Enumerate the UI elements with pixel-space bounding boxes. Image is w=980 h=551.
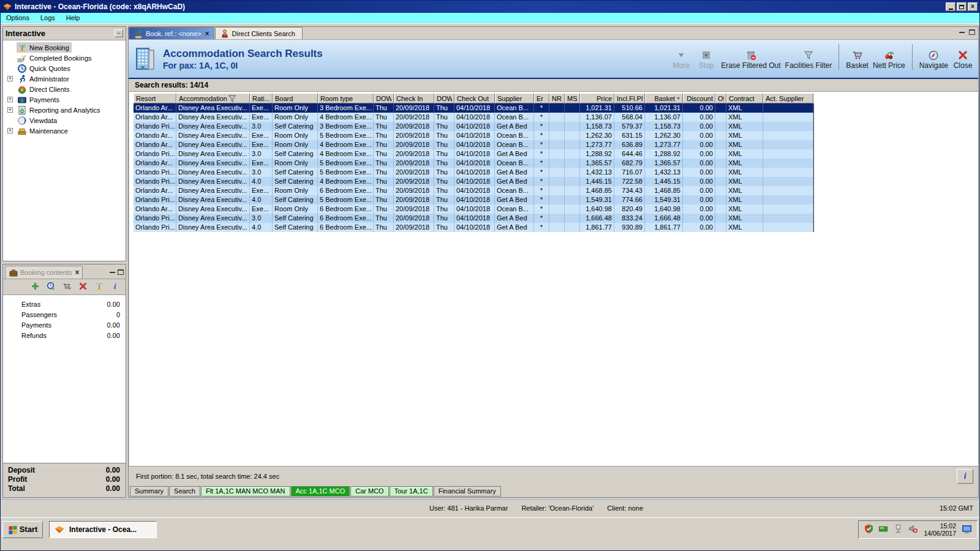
grid-cell: Disney Area Executiv... bbox=[176, 122, 250, 131]
tray-usb-icon[interactable] bbox=[893, 523, 903, 535]
column-header-of[interactable]: Of bbox=[715, 93, 726, 103]
basket-add-button[interactable] bbox=[62, 282, 72, 292]
grid-cell: 04/10/2018 bbox=[454, 159, 495, 168]
result-row[interactable]: Orlando Pri...Disney Area Executiv...4.0… bbox=[134, 177, 813, 186]
nett-price-button[interactable]: Nett Price bbox=[873, 50, 905, 70]
result-row[interactable]: Orlando Ar...Disney Area Executiv...Exe.… bbox=[134, 113, 813, 122]
holiday-palm-button[interactable] bbox=[94, 282, 104, 292]
menu-item-logs[interactable]: Logs bbox=[35, 13, 61, 22]
grid-cell: Orlando Ar... bbox=[134, 159, 176, 168]
grid-cell: Thu bbox=[374, 195, 394, 204]
basket-button[interactable]: Basket bbox=[846, 50, 869, 70]
sidebar-item-new-booking[interactable]: New Booking bbox=[3, 42, 126, 53]
sidebar-item-reporting-and-analytics[interactable]: +Reporting and Analytics bbox=[3, 105, 126, 115]
info-button[interactable]: i bbox=[110, 282, 119, 292]
result-row[interactable]: Orlando Pri...Disney Area Executiv...4.0… bbox=[134, 195, 813, 204]
sidebar-item-maintenance[interactable]: +Maintenance bbox=[3, 126, 126, 136]
erase-filtered-out-button[interactable]: Erase Filtered Out bbox=[721, 50, 780, 70]
expand-toggle-icon[interactable]: + bbox=[7, 107, 13, 113]
collapse-panel-button[interactable]: − bbox=[115, 29, 123, 37]
start-button[interactable]: Start bbox=[2, 521, 43, 538]
result-row[interactable]: Orlando Pri...Disney Area Executiv...3.0… bbox=[134, 122, 813, 131]
expand-toggle-icon[interactable]: + bbox=[7, 76, 13, 81]
column-header-supplier[interactable]: Supplier bbox=[495, 93, 534, 103]
booking-row-value: 0.00 bbox=[107, 301, 120, 308]
column-header-basket[interactable]: Basket▼ bbox=[645, 93, 683, 103]
bottom-tab-flt-1a-1c-man-mco-man[interactable]: Flt 1A,1C MAN MCO MAN bbox=[201, 486, 290, 497]
panel-minimize-icon[interactable] bbox=[959, 32, 965, 33]
sidebar-item-quick-quotes[interactable]: Quick Quotes bbox=[3, 63, 126, 73]
bottom-tab-acc-1a-1c-mco[interactable]: Acc 1A,1C MCO bbox=[291, 486, 350, 497]
sidebar-item-administrator[interactable]: +Administrator bbox=[3, 73, 126, 84]
minimize-button[interactable] bbox=[946, 2, 956, 11]
column-header-check-out[interactable]: Check Out bbox=[454, 93, 495, 103]
facilities-filter-button[interactable]: Facilities Filter bbox=[785, 50, 832, 70]
panel-maximize-icon[interactable] bbox=[969, 29, 975, 35]
delete-x-button[interactable] bbox=[78, 282, 88, 292]
bottom-tab-financial-summary[interactable]: Financial Summary bbox=[434, 486, 501, 497]
result-row[interactable]: Orlando Pri...Disney Area Executiv...3.0… bbox=[134, 149, 813, 159]
navigate-button[interactable]: Navigate bbox=[919, 50, 948, 70]
bottom-tab-summary[interactable]: Summary bbox=[130, 486, 168, 497]
result-row[interactable]: Orlando Pri...Disney Area Executiv...3.0… bbox=[134, 214, 813, 223]
info-button[interactable]: i bbox=[957, 469, 973, 484]
column-header-dow[interactable]: DOW bbox=[434, 93, 454, 103]
sidebar-item-direct-clients[interactable]: Direct Clients bbox=[3, 84, 126, 94]
menu-item-help[interactable]: Help bbox=[61, 13, 86, 22]
result-row[interactable]: Orlando Ar...Disney Area Executiv...Exe.… bbox=[134, 131, 813, 140]
column-header-act-supplier[interactable]: Act. Supplier bbox=[763, 93, 813, 103]
tray-network-card-icon[interactable] bbox=[878, 523, 889, 535]
result-row[interactable]: Orlando Ar...Disney Area Executiv...Exe.… bbox=[134, 159, 813, 168]
panel-minimize-icon[interactable] bbox=[110, 272, 115, 273]
show-desktop-icon[interactable] bbox=[962, 524, 972, 534]
sidebar-item-payments[interactable]: +$Payments bbox=[3, 94, 126, 105]
result-row[interactable]: Orlando Ar...Disney Area Executiv...Exe.… bbox=[134, 186, 813, 195]
result-row[interactable]: Orlando Pri...Disney Area Executiv...3.0… bbox=[134, 168, 813, 177]
restore-button[interactable] bbox=[957, 2, 967, 11]
bottom-tab-car-mco[interactable]: Car MCO bbox=[350, 486, 388, 497]
column-header-dow[interactable]: DOW bbox=[374, 93, 394, 103]
column-header-er[interactable]: Er bbox=[534, 93, 549, 103]
column-header-contract[interactable]: Contract bbox=[726, 93, 763, 103]
column-header-discount[interactable]: Discount bbox=[683, 93, 715, 103]
column-header-price[interactable]: Price bbox=[580, 93, 614, 103]
column-header-check-in[interactable]: Check In bbox=[394, 93, 434, 103]
result-row[interactable]: Orlando Ar...Disney Area Executiv...Exe.… bbox=[134, 204, 813, 214]
close-button[interactable]: Close bbox=[952, 50, 973, 70]
sidebar-item-viewdata[interactable]: Viewdata bbox=[3, 115, 126, 126]
column-header-room-type[interactable]: Room type bbox=[318, 93, 374, 103]
column-header-label: NR bbox=[552, 95, 562, 102]
tray-volume-muted-icon[interactable] bbox=[908, 523, 918, 535]
column-header-rati[interactable]: Rati... bbox=[250, 93, 273, 103]
result-row[interactable]: Orlando Ar...Disney Area Executiv...Exe.… bbox=[134, 103, 813, 113]
quick-quote-button[interactable] bbox=[47, 282, 56, 292]
bottom-tab-tour-1a-1c[interactable]: Tour 1A,1C bbox=[390, 486, 433, 497]
booking-row-value: 0 bbox=[116, 311, 120, 318]
grid-cell: Self Catering bbox=[273, 223, 318, 232]
sidebar-item-completed-bookings[interactable]: Completed Bookings bbox=[3, 53, 126, 63]
panel-maximize-icon[interactable] bbox=[118, 269, 124, 275]
close-tab-icon[interactable]: × bbox=[75, 268, 79, 277]
close-button[interactable]: × bbox=[968, 2, 978, 11]
close-tab-icon[interactable]: × bbox=[205, 29, 209, 38]
column-header-board[interactable]: Board bbox=[273, 93, 318, 103]
grid-cell: Ocean B... bbox=[495, 113, 534, 122]
expand-toggle-icon[interactable]: + bbox=[7, 97, 13, 102]
column-header-ms[interactable]: MS bbox=[565, 93, 580, 103]
column-header-nr[interactable]: NR bbox=[549, 93, 565, 103]
tray-antivirus-icon[interactable] bbox=[864, 523, 874, 535]
column-header-accommodation[interactable]: Accommodation bbox=[176, 93, 250, 103]
tab-book-ref-none[interactable]: Book. ref.: <none>× bbox=[129, 27, 214, 39]
grid-cell: Thu bbox=[434, 122, 454, 131]
result-row[interactable]: Orlando Pri...Disney Area Executiv...4.0… bbox=[134, 223, 813, 232]
bottom-tab-search[interactable]: Search bbox=[169, 486, 200, 497]
column-header-incl-fl-pp[interactable]: Incl.Fl.PP bbox=[614, 93, 645, 103]
taskbar-task-button[interactable]: Interactive - Ocea... bbox=[49, 521, 157, 538]
expand-toggle-icon[interactable]: + bbox=[7, 128, 13, 133]
result-row[interactable]: Orlando Ar...Disney Area Executiv...Exe.… bbox=[134, 140, 813, 149]
menu-item-options[interactable]: Options bbox=[1, 13, 35, 22]
add-button[interactable] bbox=[31, 282, 40, 292]
column-header-resort[interactable]: Resort bbox=[134, 93, 176, 103]
tab-booking-contents[interactable]: Booking contents × bbox=[5, 266, 83, 279]
tab-direct-clients-search[interactable]: Direct Clients Search bbox=[215, 27, 303, 39]
